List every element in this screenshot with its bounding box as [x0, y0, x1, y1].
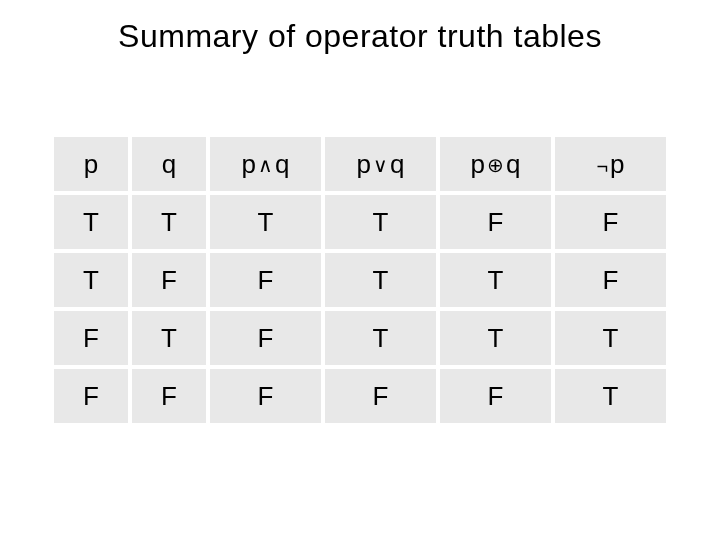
- cell: F: [54, 369, 128, 423]
- table-row: T F F T T F: [54, 253, 666, 307]
- header-var-p: p: [471, 149, 485, 180]
- header-var-p: p: [610, 149, 624, 180]
- cell: T: [440, 253, 551, 307]
- table-header-row: p q p ∧ q p ∨: [54, 137, 666, 191]
- truth-table: p q p ∧ q p ∨: [50, 133, 670, 427]
- cell: F: [555, 195, 666, 249]
- cell: T: [54, 195, 128, 249]
- header-text: p: [84, 149, 98, 179]
- cell: T: [440, 311, 551, 365]
- not-op-icon: ¬: [596, 156, 608, 176]
- header-var-p: p: [357, 149, 371, 180]
- header-var-q: q: [275, 149, 289, 180]
- cell: F: [132, 253, 206, 307]
- col-header-p: p: [54, 137, 128, 191]
- cell: T: [325, 253, 436, 307]
- cell: T: [555, 369, 666, 423]
- header-var-q: q: [506, 149, 520, 180]
- cell: F: [210, 369, 321, 423]
- and-op-icon: ∧: [258, 155, 273, 175]
- header-var-q: q: [390, 149, 404, 180]
- header-var-p: p: [242, 149, 256, 180]
- cell: T: [210, 195, 321, 249]
- truth-table-body: T T T T F F T F F T T F F T: [54, 195, 666, 423]
- cell: T: [132, 311, 206, 365]
- cell: F: [54, 311, 128, 365]
- cell: T: [132, 195, 206, 249]
- xor-op-icon: ⊕: [487, 155, 504, 175]
- col-header-or: p ∨ q: [325, 137, 436, 191]
- col-header-not: ¬ p: [555, 137, 666, 191]
- cell: F: [440, 369, 551, 423]
- header-text: q: [162, 149, 176, 179]
- col-header-and: p ∧ q: [210, 137, 321, 191]
- cell: F: [440, 195, 551, 249]
- cell: F: [555, 253, 666, 307]
- slide: Summary of operator truth tables p q: [0, 0, 720, 540]
- cell: F: [210, 311, 321, 365]
- col-header-xor: p ⊕ q: [440, 137, 551, 191]
- cell: T: [325, 311, 436, 365]
- cell: F: [210, 253, 321, 307]
- truth-table-container: p q p ∧ q p ∨: [50, 133, 670, 427]
- cell: F: [325, 369, 436, 423]
- cell: F: [132, 369, 206, 423]
- table-row: F T F T T T: [54, 311, 666, 365]
- table-row: T T T T F F: [54, 195, 666, 249]
- cell: T: [54, 253, 128, 307]
- table-row: F F F F F T: [54, 369, 666, 423]
- page-title: Summary of operator truth tables: [0, 18, 720, 55]
- or-op-icon: ∨: [373, 155, 388, 175]
- cell: T: [325, 195, 436, 249]
- cell: T: [555, 311, 666, 365]
- col-header-q: q: [132, 137, 206, 191]
